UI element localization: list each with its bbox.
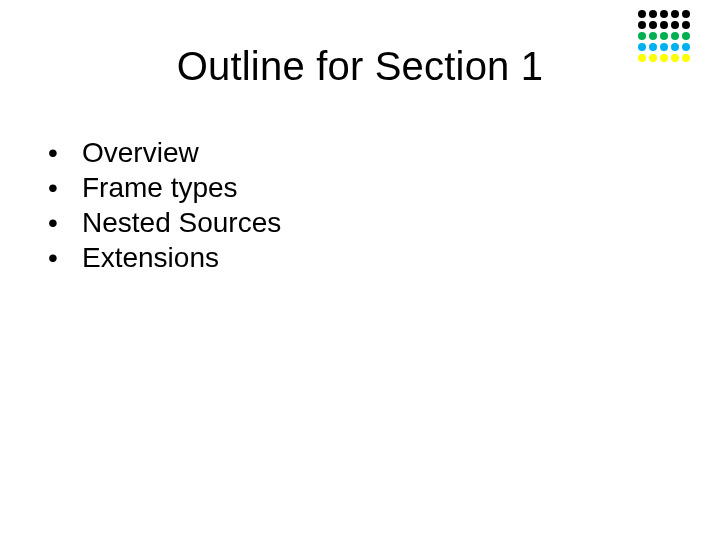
dot-icon xyxy=(671,32,679,40)
bullet-dot-icon: • xyxy=(48,205,82,240)
bullet-item: •Frame types xyxy=(48,170,281,205)
bullet-label: Overview xyxy=(82,135,199,170)
bullet-label: Nested Sources xyxy=(82,205,281,240)
dot-icon xyxy=(671,21,679,29)
dot-icon xyxy=(682,21,690,29)
dot-icon xyxy=(638,10,646,18)
dot-icon xyxy=(649,10,657,18)
dot-icon xyxy=(649,21,657,29)
bullet-list: •Overview•Frame types•Nested Sources•Ext… xyxy=(48,135,281,275)
bullet-label: Extensions xyxy=(82,240,219,275)
bullet-item: •Extensions xyxy=(48,240,281,275)
bullet-item: •Overview xyxy=(48,135,281,170)
dot-icon xyxy=(638,32,646,40)
dot-icon xyxy=(671,10,679,18)
dot-row xyxy=(638,32,690,40)
slide-title: Outline for Section 1 xyxy=(0,44,720,89)
bullet-label: Frame types xyxy=(82,170,238,205)
dot-icon xyxy=(638,21,646,29)
dot-icon xyxy=(682,10,690,18)
dot-icon xyxy=(660,21,668,29)
dot-icon xyxy=(682,32,690,40)
dot-icon xyxy=(660,32,668,40)
bullet-item: •Nested Sources xyxy=(48,205,281,240)
dot-icon xyxy=(649,32,657,40)
dot-row xyxy=(638,21,690,29)
bullet-dot-icon: • xyxy=(48,240,82,275)
bullet-dot-icon: • xyxy=(48,170,82,205)
bullet-dot-icon: • xyxy=(48,135,82,170)
dot-row xyxy=(638,10,690,18)
slide: Outline for Section 1 •Overview•Frame ty… xyxy=(0,0,720,540)
dot-icon xyxy=(660,10,668,18)
